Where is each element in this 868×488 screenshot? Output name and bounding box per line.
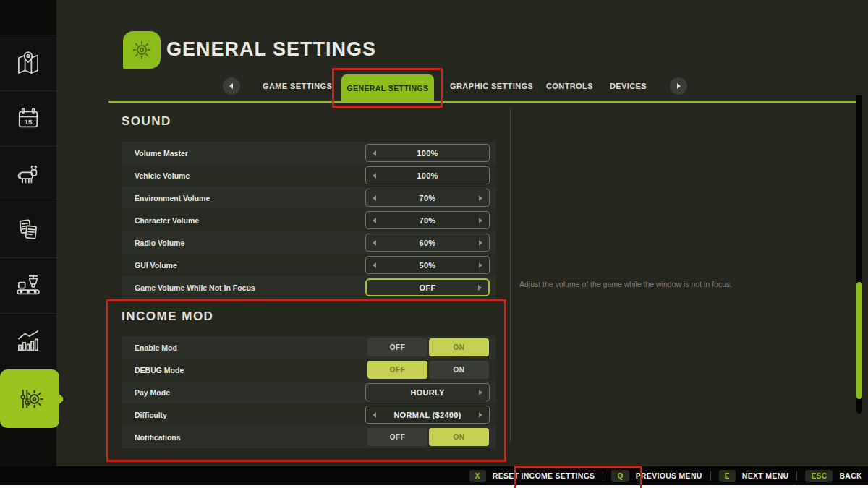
tab-general-settings[interactable]: GENERAL SETTINGS — [341, 74, 434, 101]
setting-label: Pay Mode — [135, 388, 170, 397]
cow-icon — [13, 159, 43, 189]
setting-value: HOURLY — [410, 388, 444, 397]
setting-value: 50% — [420, 261, 436, 270]
reset-income-settings-button[interactable]: X RESET INCOME SETTINGS — [469, 470, 595, 482]
increase-arrow-icon[interactable] — [479, 262, 482, 268]
increase-arrow-icon[interactable] — [479, 218, 482, 223]
settings-row: Difficulty NORMAL ($2400) — [122, 403, 496, 426]
previous-menu-button[interactable]: Q PREVIOUS MENU — [611, 470, 702, 482]
setting-label: Enable Mod — [135, 343, 177, 352]
sidebar-item-animals[interactable] — [0, 147, 56, 202]
key-q-badge: Q — [611, 470, 629, 482]
decrease-arrow-icon[interactable] — [373, 173, 376, 179]
game-volume-not-in-focus-control[interactable]: OFF — [365, 278, 490, 296]
income-mod-rows: Enable Mod OFF ON DEBUG Mode OFF ON Pay … — [122, 336, 496, 448]
toggle-off-button[interactable]: OFF — [367, 428, 427, 446]
page-title: GENERAL SETTINGS — [166, 38, 376, 61]
settings-row: Radio Volume 60% — [122, 231, 496, 254]
increase-arrow-icon[interactable] — [479, 195, 482, 201]
panel-divider — [510, 108, 511, 442]
toggle-off-button[interactable]: OFF — [367, 338, 427, 356]
prev-tab-button[interactable] — [223, 77, 240, 95]
sidebar-item-settings[interactable] — [0, 369, 59, 428]
setting-value: OFF — [420, 283, 436, 292]
sidebar-spacer — [0, 0, 56, 35]
pay-mode-control[interactable]: HOURLY — [365, 383, 490, 401]
tab-graphic-settings[interactable]: GRAPHIC SETTINGS — [450, 82, 533, 90]
bottom-white-strip — [0, 485, 868, 488]
bottom-bar: X RESET INCOME SETTINGS Q PREVIOUS MENU … — [0, 466, 868, 485]
sound-section-title: SOUND — [122, 114, 171, 129]
calendar-icon: 15 — [13, 103, 43, 134]
setting-value: 100% — [417, 171, 438, 180]
difficulty-control[interactable]: NORMAL ($2400) — [365, 406, 490, 424]
next-option-arrow-icon[interactable] — [479, 390, 482, 395]
setting-value: 60% — [420, 239, 436, 247]
key-esc-badge: ESC — [805, 470, 833, 482]
sidebar-item-map[interactable] — [0, 35, 56, 91]
setting-label: Difficulty — [135, 411, 167, 419]
decrease-arrow-icon[interactable] — [373, 150, 376, 156]
sidebar-item-calendar[interactable]: 15 — [0, 91, 56, 147]
radio-volume-control[interactable]: 60% — [365, 234, 490, 252]
increase-arrow-icon[interactable] — [479, 240, 482, 246]
toggle-on-button[interactable]: ON — [429, 361, 489, 379]
bottom-bar-divider — [796, 471, 797, 481]
increase-arrow-icon[interactable] — [478, 285, 482, 291]
settings-row: Game Volume While Not In Focus OFF — [122, 276, 496, 299]
setting-label: Notifications — [135, 433, 181, 442]
sidebar-item-production[interactable] — [0, 258, 56, 314]
sidebar-filler — [0, 428, 56, 466]
setting-label: GUI Volume — [135, 261, 177, 270]
map-icon — [13, 48, 43, 78]
setting-label: Character Volume — [135, 216, 199, 225]
next-tab-button[interactable] — [670, 77, 687, 95]
sidebar-item-statistics[interactable] — [0, 314, 56, 369]
setting-label: Volume Master — [135, 149, 188, 158]
gear-icon — [129, 37, 155, 63]
decrease-arrow-icon[interactable] — [373, 240, 376, 246]
toggle-off-button[interactable]: OFF — [367, 361, 427, 379]
settings-row: Vehicle Volume 100% — [122, 164, 496, 187]
next-tab-icon — [677, 83, 681, 89]
next-menu-label: NEXT MENU — [742, 471, 789, 480]
settings-screen: 15 — [0, 0, 868, 488]
scrollbar-thumb[interactable] — [856, 282, 862, 399]
environment-volume-control[interactable]: 70% — [365, 189, 490, 207]
back-button[interactable]: ESC BACK — [805, 470, 862, 482]
debug-mode-toggle: OFF ON — [367, 361, 489, 379]
settings-row: DEBUG Mode OFF ON — [122, 359, 496, 381]
page-icon — [123, 31, 161, 69]
contracts-icon — [13, 215, 43, 245]
setting-label: Vehicle Volume — [135, 171, 190, 180]
next-option-arrow-icon[interactable] — [479, 412, 482, 418]
volume-master-control[interactable]: 100% — [365, 144, 490, 162]
vehicle-volume-control[interactable]: 100% — [365, 166, 490, 184]
settings-row: Notifications OFF ON — [122, 426, 496, 448]
decrease-arrow-icon[interactable] — [373, 218, 376, 223]
tab-devices[interactable]: DEVICES — [610, 82, 647, 90]
setting-value: NORMAL ($2400) — [393, 411, 461, 419]
toggle-on-button[interactable]: ON — [429, 338, 489, 356]
setting-value: 70% — [420, 216, 436, 225]
sidebar: 15 — [0, 0, 56, 466]
notifications-toggle: OFF ON — [367, 428, 489, 446]
decrease-arrow-icon[interactable] — [373, 262, 376, 268]
setting-label: Environment Volume — [135, 194, 210, 202]
decrease-arrow-icon[interactable] — [373, 195, 376, 201]
settings-row: Enable Mod OFF ON — [122, 336, 496, 359]
sidebar-item-contracts[interactable] — [0, 202, 56, 258]
gui-volume-control[interactable]: 50% — [365, 256, 490, 274]
settings-sliders-icon — [14, 383, 46, 415]
active-item-dot — [63, 398, 66, 401]
prev-option-arrow-icon[interactable] — [373, 412, 376, 418]
tab-game-settings[interactable]: GAME SETTINGS — [263, 82, 332, 90]
income-mod-section-title: INCOME MOD — [122, 309, 213, 324]
next-menu-button[interactable]: E NEXT MENU — [719, 470, 789, 482]
tab-controls[interactable]: CONTROLS — [546, 82, 593, 90]
setting-value: 70% — [420, 194, 436, 202]
character-volume-control[interactable]: 70% — [365, 211, 490, 229]
toggle-on-button[interactable]: ON — [429, 428, 489, 446]
setting-help-text: Adjust the volume of the game while the … — [519, 280, 823, 288]
settings-row: Character Volume 70% — [122, 209, 496, 231]
